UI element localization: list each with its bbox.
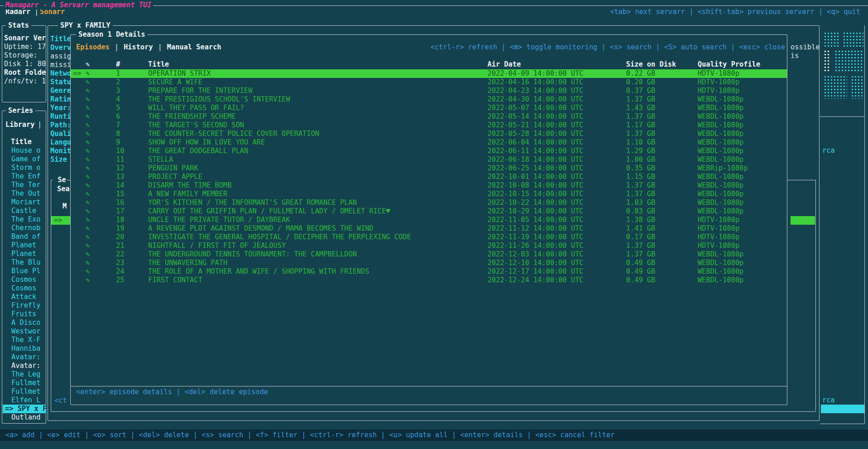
episode-row[interactable]: ✎ 20 INVESTIGATE THE GENERAL HOSPITAL / …: [71, 233, 787, 241]
episode-quality: WEBDL-1080p: [698, 121, 743, 130]
episode-number: 6: [116, 112, 120, 121]
episode-row[interactable]: ✎ 6 THE FRIENDSHIP SCHEME 2022-05-14 14:…: [71, 112, 787, 121]
series-list-item[interactable]: Elfen L: [3, 396, 46, 405]
episode-row[interactable]: ✎ 8 THE COUNTER-SECRET POLICE COVER OPER…: [71, 130, 787, 138]
series-list-item[interactable]: Band of: [3, 232, 46, 241]
series-list-item[interactable]: Game of: [3, 155, 46, 164]
series-list-item[interactable]: The Enf: [3, 172, 46, 181]
episode-row[interactable]: ✎ 11 STELLA 2022-06-18 14:00:00 UTC 1.00…: [71, 155, 787, 164]
episode-title: PROJECT APPLE: [148, 173, 203, 181]
series-list-item[interactable]: Castle: [3, 207, 46, 215]
episode-row[interactable]: ✎ 15 A NEW FAMILY MEMBER 2022-10-15 14:0…: [71, 190, 787, 198]
series-list-item[interactable]: Fullmet: [3, 387, 46, 396]
series-list-item[interactable]: The Leg: [3, 370, 46, 379]
episode-row[interactable]: ✎ 12 PENGUIN PARK 2022-06-25 14:00:00 UT…: [71, 164, 787, 173]
monitored-icon[interactable]: ✎: [86, 112, 90, 121]
series-title: The Leg: [11, 370, 40, 378]
monitored-icon[interactable]: ✎: [86, 233, 90, 241]
episode-size: 1.37 GB: [626, 250, 655, 259]
series-list-item[interactable]: Westwor: [3, 327, 46, 336]
monitored-icon[interactable]: ✎: [86, 87, 90, 95]
series-list-item[interactable]: Cosmos: [3, 284, 46, 293]
episode-row[interactable]: ✎ 13 PROJECT APPLE 2022-10-01 14:00:00 U…: [71, 173, 787, 181]
tab-library[interactable]: Library: [5, 121, 34, 129]
monitored-icon[interactable]: ✎: [86, 267, 90, 276]
episode-row[interactable]: ✎ 7 THE TARGET'S SECOND SON 2022-05-21 1…: [71, 121, 787, 130]
episode-row[interactable]: ✎ 21 NIGHTFALL / FIRST FIT OF JEALOUSY 2…: [71, 241, 787, 250]
episode-row[interactable]: ✎ 10 THE GREAT DODGEBALL PLAN 2022-06-11…: [71, 147, 787, 155]
series-list-item[interactable]: Planet: [3, 250, 46, 258]
episode-title: A NEW FAMILY MEMBER: [148, 190, 227, 198]
monitored-icon[interactable]: ✎: [86, 121, 90, 130]
monitored-icon[interactable]: ✎: [86, 216, 90, 224]
episode-row[interactable]: ✎ 25 FIRST CONTACT 2022-12-24 14:00:00 U…: [71, 276, 787, 285]
series-list-item[interactable]: Planet: [3, 241, 46, 250]
season-details-modal: Season 1 Details Episodes | History | Ma…: [70, 34, 787, 405]
monitored-icon[interactable]: ✎: [86, 69, 90, 78]
series-list-item[interactable]: => SPY x F: [3, 405, 46, 413]
monitored-icon[interactable]: ✎: [86, 250, 90, 259]
episode-row[interactable]: ✎ 2 SECURE A WIFE 2022-04-16 14:00:00 UT…: [71, 78, 787, 87]
series-list-item[interactable]: Outland: [3, 413, 46, 422]
episode-size: 1.15 GB: [626, 173, 655, 181]
episode-row[interactable]: ✎ 9 SHOW OFF HOW IN LOVE YOU ARE 2022-06…: [71, 138, 787, 147]
episode-row[interactable]: => ✎ 1 OPERATION STRIX 2022-04-09 14:00:…: [71, 69, 787, 78]
series-list-item[interactable]: The Exo: [3, 215, 46, 224]
detail-field-fragment: Langu: [50, 138, 72, 147]
series-list-item[interactable]: Cosmos: [3, 275, 46, 284]
monitored-icon[interactable]: ✎: [86, 224, 90, 233]
episode-row[interactable]: ✎ 24 THE ROLE OF A MOTHER AND WIFE / SHO…: [71, 267, 787, 276]
tab-episodes[interactable]: Episodes: [76, 43, 110, 52]
monitored-icon[interactable]: ✎: [86, 190, 90, 198]
series-list-item[interactable]: Attack: [3, 293, 46, 301]
monitored-icon[interactable]: ✎: [86, 130, 90, 138]
series-title: Planet: [11, 250, 36, 258]
monitored-icon[interactable]: ✎: [86, 207, 90, 216]
monitored-icon[interactable]: ✎: [86, 259, 90, 267]
monitored-icon[interactable]: ✎: [86, 198, 90, 207]
monitored-icon[interactable]: ✎: [86, 95, 90, 104]
series-list-item[interactable]: The Blu: [3, 258, 46, 267]
monitored-icon[interactable]: ✎: [86, 164, 90, 173]
selected-season-row-fragment-left[interactable]: =>: [51, 216, 70, 225]
episode-row[interactable]: ✎ 18 UNCLE THE PRIVATE TUTOR / DAYBREAK …: [71, 216, 787, 224]
series-list-item[interactable]: Firefly: [3, 301, 46, 310]
series-list-item[interactable]: The Out: [3, 189, 46, 198]
monitored-icon[interactable]: ✎: [86, 78, 90, 87]
series-list-item[interactable]: Avatar:: [3, 362, 46, 370]
episode-row[interactable]: ✎ 19 A REVENGE PLOT AGAINST DESMOND / MA…: [71, 224, 787, 233]
episode-quality: WEBDL-1080p: [698, 112, 743, 121]
series-list-item[interactable]: Avatar:: [3, 353, 46, 362]
monitored-icon[interactable]: ✎: [86, 241, 90, 250]
series-list-item[interactable]: Chernob: [3, 224, 46, 232]
episode-row[interactable]: ✎ 3 PREPARE FOR THE INTERVIEW 2022-04-23…: [71, 87, 787, 95]
episode-row[interactable]: ✎ 22 THE UNDERGROUND TENNIS TOURNAMENT: …: [71, 250, 787, 259]
monitored-icon[interactable]: ✎: [86, 181, 90, 190]
series-list-item[interactable]: House o: [3, 146, 46, 155]
tab-manual-search[interactable]: Manual Search: [167, 43, 222, 52]
monitored-icon[interactable]: ✎: [86, 276, 90, 285]
series-list-item[interactable]: Blue Pl: [3, 267, 46, 275]
episode-row[interactable]: ✎ 14 DISARM THE TIME BOMB 2022-10-08 14:…: [71, 181, 787, 190]
monitored-icon[interactable]: ✎: [86, 155, 90, 164]
monitored-icon[interactable]: ✎: [86, 173, 90, 181]
series-list-item[interactable]: Moriart: [3, 198, 46, 207]
series-list-item[interactable]: Fullmet: [3, 379, 46, 387]
series-list-item[interactable]: Hanniba: [3, 344, 46, 353]
episode-row[interactable]: ✎ 4 THE PRESTIGIOUS SCHOOL'S INTERVIEW 2…: [71, 95, 787, 104]
series-list-item[interactable]: A Disco: [3, 319, 46, 327]
monitored-icon[interactable]: ✎: [86, 104, 90, 112]
monitored-icon[interactable]: ✎: [86, 147, 90, 155]
series-list-item[interactable]: The Ter: [3, 181, 46, 189]
series-list-item[interactable]: Fruits: [3, 310, 46, 319]
episode-row[interactable]: ✎ 16 YOR'S KITCHEN / THE INFORMANT'S GRE…: [71, 198, 787, 207]
seasons-panel-right-border: [815, 180, 816, 411]
series-list-item[interactable]: The X-F: [3, 336, 46, 344]
episode-row[interactable]: ✎ 17 CARRY OUT THE GRIFFIN PLAN / FULLME…: [71, 207, 787, 216]
tab-history[interactable]: History: [124, 43, 153, 52]
episode-number: 7: [116, 121, 120, 130]
monitored-icon[interactable]: ✎: [86, 138, 90, 147]
series-list-item[interactable]: Storm o: [3, 164, 46, 172]
episode-row[interactable]: ✎ 5 WILL THEY PASS OR FAIL? 2022-05-07 1…: [71, 104, 787, 112]
episode-row[interactable]: ✎ 23 THE UNWAVERING PATH 2022-12-10 14:0…: [71, 259, 787, 267]
